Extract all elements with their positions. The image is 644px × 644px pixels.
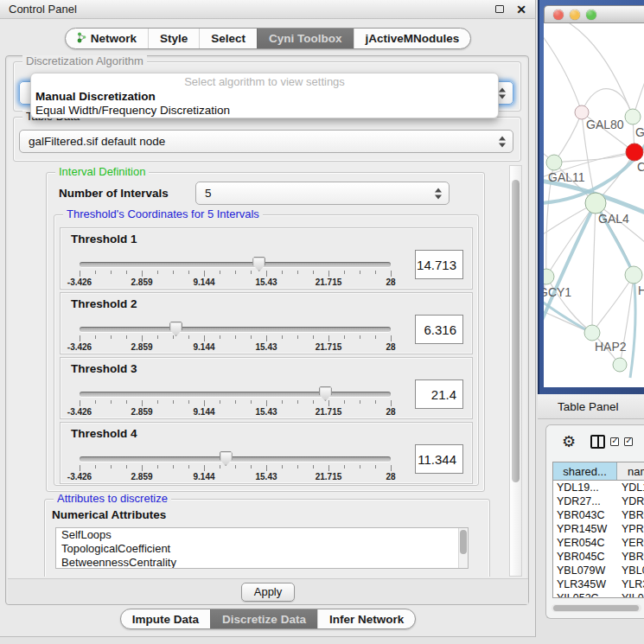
table-row[interactable]: YLR345WYLR3	[553, 577, 644, 591]
slider-ticks	[80, 400, 391, 407]
table-cell: YER0	[619, 536, 644, 550]
table-settings-gear-icon[interactable]: ⚙	[562, 434, 576, 450]
select-none-columns-icon[interactable]	[624, 437, 633, 446]
table-horizontal-scrollbar[interactable]	[552, 604, 641, 612]
table-cell: YBL0	[619, 564, 644, 577]
node-top-right[interactable]	[625, 109, 641, 124]
tab-network[interactable]: Network	[66, 29, 148, 48]
network-edge-thick[interactable]	[544, 300, 592, 333]
number-of-intervals-spinner[interactable]: 5	[195, 182, 450, 205]
slider-thumb[interactable]	[220, 451, 233, 466]
table-row[interactable]: YBR045CYBR0	[553, 550, 644, 564]
slider-track[interactable]	[80, 392, 391, 397]
show-columns-icon[interactable]	[590, 435, 605, 449]
threshold-value-field[interactable]: 6.316	[415, 315, 463, 344]
table-cell: YDR27...	[553, 494, 619, 508]
network-edge[interactable]	[582, 89, 633, 117]
table-row[interactable]: YPR145WYPR1	[553, 522, 644, 536]
tab-jactivemnodules[interactable]: jActiveMNodules	[354, 29, 471, 48]
table-data-combobox[interactable]: galFiltered.sif default node	[19, 130, 513, 153]
threshold-value-field[interactable]: 14.713	[415, 250, 463, 279]
slider-thumb[interactable]	[319, 386, 332, 401]
tab-cyni-toolbox[interactable]: Cyni Toolbox	[257, 29, 354, 48]
network-edge[interactable]	[544, 23, 633, 117]
network-canvas[interactable]: GAL80GACGAL11GAL4GCY1HHAP2	[544, 23, 644, 387]
zoom-window-icon[interactable]	[586, 10, 596, 20]
node-gal4[interactable]	[585, 193, 606, 214]
slider-track[interactable]	[80, 456, 391, 462]
node-gcy1[interactable]	[544, 269, 554, 284]
table-row[interactable]: YDL19...YDL1	[553, 481, 644, 494]
control-panel-titlebar: Control Panel ✕	[0, 0, 535, 19]
network-edge[interactable]	[592, 275, 634, 333]
column-header-shared[interactable]: shared...	[553, 462, 617, 480]
slider-thumb[interactable]	[169, 322, 182, 336]
node-selected-red[interactable]	[626, 143, 643, 161]
slider-track[interactable]	[80, 262, 391, 267]
table-row[interactable]: YBL079WYBL0	[553, 564, 644, 577]
attribute-item-topologicalcoefficient[interactable]: TopologicalCoefficient	[56, 542, 468, 556]
network-edge[interactable]	[554, 112, 582, 163]
minimize-window-icon[interactable]	[570, 10, 580, 20]
network-graph: GAL80GACGAL11GAL4GCY1HHAP2	[544, 23, 644, 387]
list-scrollbar[interactable]	[458, 528, 468, 568]
table-row[interactable]: YBR043CYBR0	[553, 508, 644, 522]
tab-discretize-data[interactable]: Discretize Data	[210, 609, 317, 628]
attribute-item-betweennesscentrality[interactable]: BetweennessCentrality	[56, 556, 468, 569]
table-cell: YIL052C	[553, 591, 619, 598]
float-window-icon[interactable]	[495, 5, 504, 13]
algorithm-option-equal-width[interactable]: Equal Width/Frequency Discretization	[31, 104, 498, 118]
slider-thumb[interactable]	[252, 257, 265, 271]
tab-label: jActiveMNodules	[366, 32, 460, 45]
algorithm-option-manual[interactable]: Manual Discretization	[31, 90, 498, 104]
attribute-item-selfloops[interactable]: SelfLoops	[56, 528, 468, 542]
close-panel-icon[interactable]: ✕	[516, 3, 526, 16]
threshold-value-field[interactable]: 11.344	[415, 444, 463, 474]
node-partial-bottom[interactable]	[613, 358, 627, 372]
tab-label: Select	[211, 32, 245, 45]
table-cell: YER054C	[553, 536, 619, 550]
select-all-columns-icon[interactable]	[610, 437, 619, 446]
numerical-attributes-list[interactable]: SelfLoopsTopologicalCoefficientBetweenne…	[55, 527, 469, 569]
network-tab-icon	[77, 32, 86, 46]
close-window-icon[interactable]	[553, 10, 564, 20]
table-row[interactable]: YIL052CYIL0	[553, 591, 644, 598]
node-attribute-table: shared...name YDL19...YDL1YDR27...YDR2YB…	[552, 462, 644, 598]
slider-track[interactable]	[80, 327, 391, 332]
attributes-group: Attributes to discretize Numerical Attri…	[44, 499, 490, 577]
table-row[interactable]: YDR27...YDR2	[553, 494, 644, 508]
table-cell: YDL1	[619, 481, 644, 494]
table-cell: YPR1	[619, 522, 644, 536]
threshold-title: Threshold 1	[71, 233, 137, 245]
table-row[interactable]: YER054CYER0	[553, 536, 644, 550]
tab-select[interactable]: Select	[199, 29, 257, 48]
tab-style[interactable]: Style	[148, 29, 199, 48]
network-edge[interactable]	[592, 203, 596, 333]
table-horizontal-scrollbar-thumb[interactable]	[553, 605, 639, 611]
vertical-scrollbar-thumb[interactable]	[512, 180, 520, 482]
number-of-intervals-label: Number of Intervals	[59, 187, 169, 200]
tab-impute-data[interactable]: Impute Data	[121, 609, 210, 628]
table-cell: YIL0	[619, 591, 644, 598]
list-scrollbar-thumb[interactable]	[460, 530, 467, 554]
slider-tick-labels: -3.4262.8599.14415.4321.71528	[80, 277, 391, 288]
network-edge-thick[interactable]	[630, 275, 635, 378]
slider-ticks	[80, 271, 391, 277]
tab-label: Discretize Data	[222, 613, 306, 626]
threshold-panel-4: Threshold 4-3.4262.8599.14415.4321.71528…	[60, 422, 473, 484]
thresholds-group: Threshold's Coordinates for 5 Intervals …	[54, 214, 479, 486]
node-h[interactable]	[625, 266, 642, 284]
vertical-scrollbar[interactable]	[509, 165, 522, 577]
table-cell: YPR145W	[553, 522, 619, 536]
slider-tick-labels: -3.4262.8599.14415.4321.71528	[80, 407, 391, 418]
apply-button[interactable]: Apply	[241, 583, 295, 602]
attributes-group-label: Attributes to discretize	[54, 493, 171, 505]
node-gal11[interactable]	[546, 155, 562, 170]
network-edge[interactable]	[546, 203, 596, 277]
network-edge[interactable]	[544, 32, 582, 112]
table-cell: YLR3	[619, 577, 644, 591]
tab-infer-network[interactable]: Infer Network	[317, 609, 415, 628]
column-header-name[interactable]: name	[617, 462, 644, 480]
threshold-value-field[interactable]: 21.4	[415, 379, 463, 409]
node-hap2[interactable]	[584, 325, 600, 341]
